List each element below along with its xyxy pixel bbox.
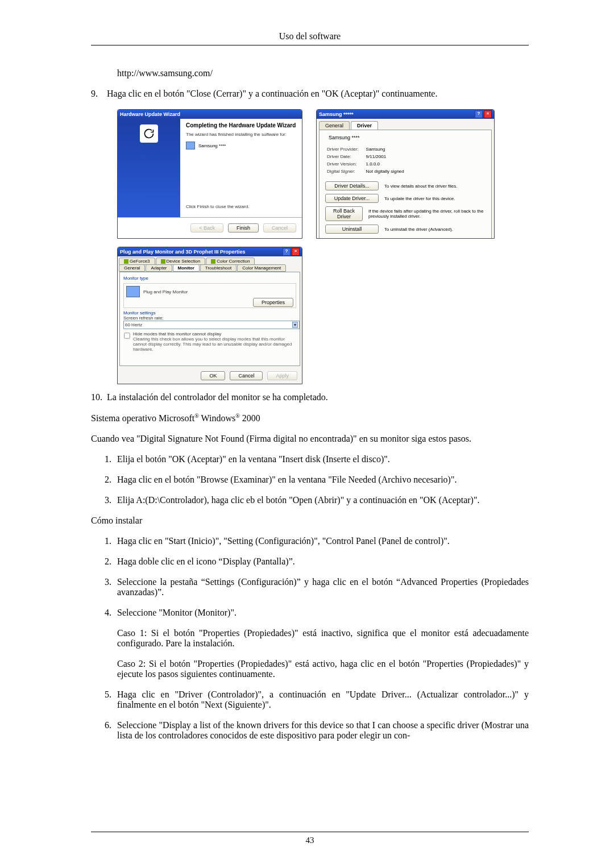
step-10-text: La instalación del controlador del monit… xyxy=(107,392,529,402)
screenshot-row-1: Hardware Update Wizard Completing the Ha… xyxy=(117,109,529,239)
update-driver-text: To update the driver for this device. xyxy=(384,196,455,201)
step-9-text: Haga clic en el botón "Close (Cerrar)" y… xyxy=(107,89,529,99)
os-line: Sistema operativo Microsoft® Windows® 20… xyxy=(91,413,529,423)
how-to-install: Cómo instalar xyxy=(91,516,529,526)
help-icon[interactable]: ? xyxy=(283,248,291,256)
finish-button[interactable]: Finish xyxy=(228,223,259,232)
hide-modes-checkbox[interactable] xyxy=(124,333,130,338)
mprops-title: Plug and Play Monitor and 3D Prophet III… xyxy=(120,249,283,255)
update-driver-button[interactable]: Update Driver... xyxy=(325,194,379,203)
monitor-type-label: Monitor type xyxy=(123,276,296,281)
case-1: Caso 1: Si el botón "Properties (Propied… xyxy=(117,628,529,649)
ok-button[interactable]: OK xyxy=(201,371,225,380)
list-item: Seleccione "Monitor (Monitor)". xyxy=(114,608,529,618)
monitor-icon xyxy=(126,286,140,297)
refresh-rate-dropdown[interactable]: 60 Hertz ▾ xyxy=(123,321,300,329)
monitor-properties-window: Plug and Play Monitor and 3D Prophet III… xyxy=(117,247,302,384)
hide-modes-text: Clearing this check box allows you to se… xyxy=(133,337,296,352)
wizard-side-graphic xyxy=(118,119,180,217)
list-item: Haga doble clic en el icono “Display (Pa… xyxy=(114,556,529,567)
list-item: Haga clic en el botón "Browse (Examinar)… xyxy=(114,475,529,485)
screenshot-row-2: Plug and Play Monitor and 3D Prophet III… xyxy=(117,247,529,384)
wizard-subtext: The wizard has finished installing the s… xyxy=(186,132,296,137)
list-item: Seleccione la pestaña “Settings (Configu… xyxy=(114,577,529,597)
tab-driver[interactable]: Driver xyxy=(351,121,378,130)
reload-icon xyxy=(140,124,158,143)
rollback-driver-text: If the device fails after updating the d… xyxy=(368,209,486,219)
wizard-finish-hint: Click Finish to close the wizard. xyxy=(186,204,296,209)
step-10: 10. La instalación del controlador del m… xyxy=(91,392,529,402)
url-text: http://www.samsung.com/ xyxy=(117,68,529,78)
case-2: Caso 2: Si el botón "Properties (Propied… xyxy=(117,659,529,679)
refresh-rate-label: Screen refresh rate: xyxy=(123,315,296,321)
svg-rect-0 xyxy=(124,259,128,264)
svg-rect-1 xyxy=(161,259,165,264)
hide-modes-label: Hide modes that this monitor cannot disp… xyxy=(133,331,296,337)
steps-list-c: Haga clic en "Driver (Controlador)", a c… xyxy=(91,690,529,741)
props-title: Samsung ***** xyxy=(319,111,475,117)
monitor-icon xyxy=(186,142,195,149)
apply-button: Apply xyxy=(267,371,297,380)
driver-details-button[interactable]: Driver Details... xyxy=(325,181,379,190)
steps-list-a: Elija el botón "OK (Aceptar)" en la vent… xyxy=(91,454,529,505)
close-icon[interactable]: × xyxy=(292,248,300,256)
tab-monitor[interactable]: Monitor xyxy=(173,264,200,272)
tab-general[interactable]: General xyxy=(119,264,145,272)
driver-details-text: To view details about the driver files. xyxy=(384,184,458,189)
uninstall-text: To uninstall the driver (Advanced). xyxy=(384,227,453,232)
step-10-number: 10. xyxy=(91,392,107,402)
wizard-heading: Completing the Hardware Update Wizard xyxy=(186,122,296,128)
signature-text: Cuando vea "Digital Signature Not Found … xyxy=(91,434,529,444)
step-9: 9. Haga clic en el botón "Close (Cerrar)… xyxy=(91,89,529,99)
hardware-update-wizard-window: Hardware Update Wizard Completing the Ha… xyxy=(117,109,302,239)
footer-rule xyxy=(91,832,529,832)
wizard-titlebar: Hardware Update Wizard xyxy=(118,110,302,119)
header-rule xyxy=(91,45,529,45)
step-9-number: 9. xyxy=(91,89,107,99)
wizard-title: Hardware Update Wizard xyxy=(120,111,300,117)
page-header: Uso del software xyxy=(91,31,529,41)
monitor-settings-label: Monitor settings xyxy=(123,310,296,315)
rollback-driver-button[interactable]: Roll Back Driver xyxy=(325,206,363,221)
steps-list-b: Haga clic en "Start (Inicio)", "Setting … xyxy=(91,536,529,618)
svg-rect-2 xyxy=(211,259,215,264)
list-item: Elija el botón "OK (Aceptar)" en la vent… xyxy=(114,454,529,464)
list-item: Seleccione "Display a list of the known … xyxy=(114,720,529,741)
uninstall-button[interactable]: Uninstall xyxy=(325,225,379,234)
monitor-type-value: Plug and Play Monitor xyxy=(143,289,188,294)
wizard-device-name: Samsung **** xyxy=(198,143,226,148)
list-item: Elija A:(D:\Controlador), haga clic eb e… xyxy=(114,495,529,505)
tab-adapter[interactable]: Adapter xyxy=(146,264,172,272)
list-item: Haga clic en "Driver (Controlador)", a c… xyxy=(114,690,529,710)
back-button: < Back xyxy=(190,223,223,232)
cancel-button[interactable]: Cancel xyxy=(230,371,263,380)
tab-troubleshoot[interactable]: Troubleshoot xyxy=(200,264,237,272)
help-icon[interactable]: ? xyxy=(475,110,483,118)
refresh-rate-value: 60 Hertz xyxy=(125,322,142,327)
properties-button[interactable]: Properties xyxy=(253,298,293,307)
chevron-down-icon: ▾ xyxy=(292,322,298,328)
driver-properties-window: Samsung ***** ? × General Driver Samsung… xyxy=(316,109,495,239)
tab-general[interactable]: General xyxy=(319,121,350,130)
close-icon[interactable]: × xyxy=(484,110,492,118)
props-device-name: Samsung **** xyxy=(329,135,360,140)
page-number: 43 xyxy=(91,836,529,845)
cancel-button: Cancel xyxy=(263,223,296,232)
tab-color-management[interactable]: Color Management xyxy=(237,264,286,272)
driver-info-table: Driver Provider:Samsung Driver Date:9/11… xyxy=(325,145,406,176)
list-item: Haga clic en "Start (Inicio)", "Setting … xyxy=(114,536,529,546)
